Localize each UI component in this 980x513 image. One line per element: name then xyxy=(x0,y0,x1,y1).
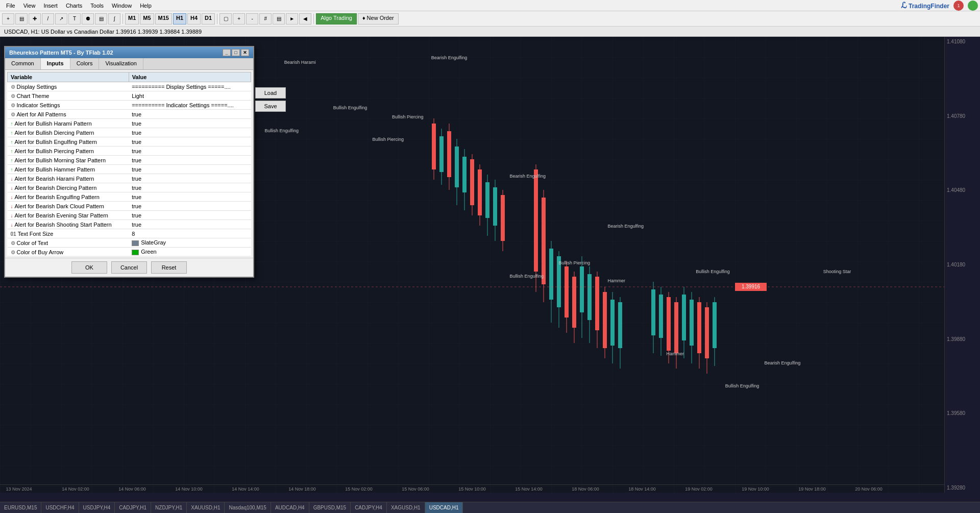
row-value[interactable]: true xyxy=(129,146,251,156)
price-label-7: 1.39280 xyxy=(947,485,978,491)
params-table-container[interactable]: Variable Value ⚙Display Settings========… xyxy=(7,72,251,256)
row-value[interactable]: true xyxy=(129,156,251,165)
tab-colors[interactable]: Colors xyxy=(70,58,100,69)
table-row[interactable]: ⚙Color of Buy ArrowGreen xyxy=(8,248,251,256)
tf-d1[interactable]: D1 xyxy=(202,13,215,25)
row-icon: ↓ xyxy=(11,213,13,218)
bottom-tab-cadjpyh1[interactable]: CADJPY,H1 xyxy=(115,502,151,513)
table-row[interactable]: ⚙Indicator Settings========== Indicator … xyxy=(8,101,251,110)
crosshair-btn[interactable]: ✚ xyxy=(29,13,41,25)
ok-btn[interactable]: OK xyxy=(71,261,107,274)
table-row[interactable]: ↑Alert for Bullish Hammer Patterntrue xyxy=(8,165,251,174)
row-value[interactable]: true xyxy=(129,220,251,229)
dialog-maximize-btn[interactable]: □ xyxy=(232,49,240,56)
menu-insert[interactable]: Insert xyxy=(39,2,62,10)
row-value[interactable]: true xyxy=(129,119,251,128)
table-row[interactable]: ↓Alert for Bearish Engulfing Patterntrue xyxy=(8,192,251,202)
bottom-tab-cadjpyh4[interactable]: CADJPY,H4 xyxy=(351,502,387,513)
table-row[interactable]: ↑Alert for Bullish Piercing Patterntrue xyxy=(8,146,251,156)
chart-type-btn[interactable]: ▤ xyxy=(15,13,28,25)
zoom-in-btn[interactable]: + xyxy=(233,13,245,25)
table-row[interactable]: ↓Alert for Bearish Shooting Start Patter… xyxy=(8,220,251,229)
text-btn[interactable]: T xyxy=(68,13,81,25)
bottom-tab-eurusdm15[interactable]: EURUSD,M15 xyxy=(0,502,41,513)
channel-btn[interactable]: ▤ xyxy=(95,13,107,25)
tf-h4[interactable]: H4 xyxy=(187,13,201,25)
bottom-tab-xagusdh1[interactable]: XAGUSD,H1 xyxy=(387,502,425,513)
row-value[interactable]: true xyxy=(129,110,251,119)
tf-m15[interactable]: M15 xyxy=(155,13,172,25)
volume-btn[interactable]: ▤ xyxy=(273,13,285,25)
row-value[interactable]: true xyxy=(129,174,251,183)
arrow-btn[interactable]: ↗ xyxy=(55,13,67,25)
reset-btn[interactable]: Reset xyxy=(151,261,187,274)
row-value[interactable]: true xyxy=(129,192,251,202)
new-order-btn[interactable]: ♦ New Order xyxy=(358,13,399,25)
table-row[interactable]: ↓Alert for Bearish Harami Patterntrue xyxy=(8,174,251,183)
table-row[interactable]: ↑Alert for Bullish Diercing Patterntrue xyxy=(8,128,251,137)
menu-window[interactable]: Window xyxy=(108,2,136,10)
cancel-btn[interactable]: Cancel xyxy=(111,261,147,274)
table-row[interactable]: ⚙Display Settings========== Display Sett… xyxy=(8,82,251,91)
tf-h1[interactable]: H1 xyxy=(173,13,186,25)
table-row[interactable]: ⚙Color of TextSlateGray xyxy=(8,238,251,248)
table-row[interactable]: ↑Alert for Bullish Engulfing Patterntrue xyxy=(8,137,251,146)
chart-view-btn[interactable]: ▢ xyxy=(219,13,232,25)
tab-inputs[interactable]: Inputs xyxy=(41,58,70,69)
table-row[interactable]: 01Text Font Size8 xyxy=(8,229,251,238)
menu-file[interactable]: File xyxy=(2,2,19,10)
dialog-close-btn[interactable]: ✕ xyxy=(241,49,249,56)
row-value[interactable]: ========== Display Settings =====.... xyxy=(129,82,251,91)
tf-m5[interactable]: M5 xyxy=(140,13,154,25)
indicator-btn[interactable]: ∫ xyxy=(108,13,120,25)
new-chart-btn[interactable]: + xyxy=(2,13,14,25)
row-value[interactable]: true xyxy=(129,137,251,146)
tools-btn[interactable]: ⚈ xyxy=(82,13,94,25)
bottom-tab-nzdjpyh1[interactable]: NZDJPY,H1 xyxy=(151,502,187,513)
algo-trading-btn[interactable]: Algo Trading xyxy=(316,13,357,25)
row-value[interactable]: ========== Indicator Settings =====.... xyxy=(129,101,251,110)
row-value[interactable]: true xyxy=(129,202,251,211)
row-value[interactable]: Green xyxy=(129,248,251,256)
scroll-left-btn[interactable]: ◀ xyxy=(299,13,311,25)
bottom-tab-gbpusdm15[interactable]: GBPUSD,M15 xyxy=(309,502,351,513)
indicator-dialog[interactable]: Bheurekso Pattern MT5 - By TFlab 1.02 _ … xyxy=(4,46,254,278)
row-icon: ⚙ xyxy=(11,84,15,90)
save-btn[interactable]: Save xyxy=(255,101,286,112)
row-value[interactable]: true xyxy=(129,128,251,137)
scroll-right-btn[interactable]: ► xyxy=(286,13,298,25)
table-row[interactable]: ↓Alert for Bearish Diercing Patterntrue xyxy=(8,183,251,192)
row-value[interactable]: true xyxy=(129,165,251,174)
bottom-tab-usdchfh4[interactable]: USDCHF,H4 xyxy=(41,502,79,513)
tab-common[interactable]: Common xyxy=(5,58,41,69)
menu-view[interactable]: View xyxy=(19,2,40,10)
bottom-tab-nasdaq100m15[interactable]: Nasdaq100,M15 xyxy=(225,502,271,513)
table-row[interactable]: ↓Alert for Bearish Dark Cloud Patterntru… xyxy=(8,202,251,211)
row-value[interactable]: SlateGray xyxy=(129,238,251,248)
row-value[interactable]: true xyxy=(129,183,251,192)
dialog-minimize-btn[interactable]: _ xyxy=(223,49,231,56)
dialog-title-bar[interactable]: Bheurekso Pattern MT5 - By TFlab 1.02 _ … xyxy=(5,47,253,58)
row-value[interactable]: true xyxy=(129,211,251,220)
menu-charts[interactable]: Charts xyxy=(62,2,86,10)
tab-visualization[interactable]: Visualization xyxy=(99,58,143,69)
line-btn[interactable]: / xyxy=(42,13,54,25)
load-btn[interactable]: Load xyxy=(255,87,286,99)
row-value[interactable]: Light xyxy=(129,91,251,101)
bottom-tab-audcadh4[interactable]: AUDCAD,H4 xyxy=(271,502,309,513)
tf-m1[interactable]: M1 xyxy=(125,13,139,25)
row-variable-name: Display Settings xyxy=(17,84,57,90)
table-row[interactable]: ↓Alert for Bearish Evening Star Patternt… xyxy=(8,211,251,220)
bottom-tab-xauusdh1[interactable]: XAUUSD,H1 xyxy=(187,502,225,513)
row-value[interactable]: 8 xyxy=(129,229,251,238)
bottom-tab-usdcadh1[interactable]: USDCAD,H1 xyxy=(425,502,463,513)
grid-btn[interactable]: # xyxy=(259,13,272,25)
menu-tools[interactable]: Tools xyxy=(86,2,108,10)
bottom-tab-usdjpyh4[interactable]: USDJPY,H4 xyxy=(79,502,115,513)
menu-help[interactable]: Help xyxy=(136,2,156,10)
table-row[interactable]: ↑Alert for Bullish Harami Patterntrue xyxy=(8,119,251,128)
table-row[interactable]: ⚙Chart ThemeLight xyxy=(8,91,251,101)
zoom-out-btn[interactable]: - xyxy=(246,13,258,25)
table-row[interactable]: ↑Alert for Bullish Morning Star Patternt… xyxy=(8,156,251,165)
table-row[interactable]: ⚙Alert for All Patternstrue xyxy=(8,110,251,119)
